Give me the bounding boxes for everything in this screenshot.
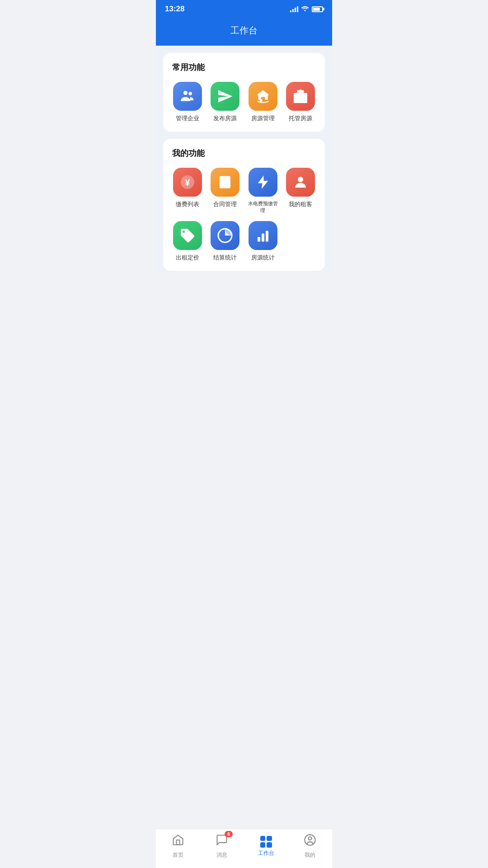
house-stats-label: 房源统计 <box>251 254 275 262</box>
house-hand-icon <box>255 88 271 104</box>
my-tenant-label: 我的租客 <box>289 200 312 208</box>
house-stats-icon-box <box>249 221 277 250</box>
svg-point-15 <box>298 177 303 182</box>
payment-list-label: 缴费列表 <box>176 200 199 208</box>
svg-rect-19 <box>262 234 264 242</box>
house-management-label: 房源管理 <box>251 114 275 123</box>
page-title: 工作台 <box>230 25 258 35</box>
contract-icon <box>217 174 233 190</box>
svg-rect-5 <box>300 95 302 97</box>
status-time: 13:28 <box>165 5 184 14</box>
settlement-stats-icon-box <box>211 221 239 250</box>
svg-rect-3 <box>294 93 307 104</box>
pie-icon <box>217 227 233 244</box>
tag-icon <box>179 227 196 244</box>
signal-icon <box>290 6 298 12</box>
rental-pricing-item[interactable]: 出租定价 <box>172 221 203 262</box>
payment-list-icon-box: ¥ <box>173 168 202 197</box>
settlement-stats-item[interactable]: 结算统计 <box>210 221 241 262</box>
svg-point-1 <box>188 92 192 95</box>
svg-rect-9 <box>303 99 305 101</box>
my-functions-grid: ¥ 缴费列表 合同管理 <box>172 168 316 262</box>
water-electric-icon-box <box>249 168 277 197</box>
svg-point-0 <box>183 91 188 95</box>
svg-rect-7 <box>296 99 298 101</box>
svg-point-16 <box>183 231 185 233</box>
building-icon <box>292 88 309 104</box>
trust-house-icon-box <box>286 82 315 111</box>
house-management-icon-box <box>249 82 277 111</box>
my-functions-title: 我的功能 <box>172 148 316 159</box>
publish-house-icon-box <box>211 82 239 111</box>
manage-enterprise-icon-box <box>173 82 202 111</box>
water-electric-label: 水电费预缴管理 <box>248 200 278 214</box>
svg-rect-20 <box>266 231 268 242</box>
yuan-icon: ¥ <box>179 174 196 190</box>
manage-enterprise-item[interactable]: 管理企业 <box>172 82 203 123</box>
contract-management-item[interactable]: 合同管理 <box>210 168 241 214</box>
contract-management-icon-box <box>211 168 239 197</box>
svg-rect-8 <box>300 99 302 101</box>
trust-house-item[interactable]: 托管房源 <box>286 82 316 123</box>
status-icons <box>290 5 323 13</box>
settlement-stats-label: 结算统计 <box>213 254 237 262</box>
people-icon <box>179 88 196 104</box>
main-content: 常用功能 管理企业 <box>156 46 332 271</box>
bar-icon <box>255 227 271 244</box>
water-electric-item[interactable]: 水电费预缴管理 <box>248 168 278 214</box>
svg-text:¥: ¥ <box>185 178 190 188</box>
svg-rect-4 <box>296 95 298 97</box>
person-icon <box>292 174 309 190</box>
payment-list-item[interactable]: ¥ 缴费列表 <box>172 168 203 214</box>
rental-pricing-label: 出租定价 <box>176 254 199 262</box>
trust-house-label: 托管房源 <box>289 114 312 123</box>
my-functions-card: 我的功能 ¥ 缴费列表 <box>163 139 325 271</box>
common-functions-card: 常用功能 管理企业 <box>163 53 325 132</box>
my-tenant-item[interactable]: 我的租客 <box>286 168 316 214</box>
common-functions-title: 常用功能 <box>172 62 316 73</box>
send-icon <box>217 88 233 104</box>
svg-rect-18 <box>258 237 260 242</box>
publish-house-label: 发布房源 <box>213 114 237 123</box>
contract-management-label: 合同管理 <box>213 200 237 208</box>
common-functions-grid: 管理企业 发布房源 <box>172 82 316 123</box>
manage-enterprise-label: 管理企业 <box>176 114 199 123</box>
bolt-icon <box>255 174 271 190</box>
status-bar: 13:28 <box>156 0 332 17</box>
house-stats-item[interactable]: 房源统计 <box>248 221 278 262</box>
battery-icon <box>312 6 323 12</box>
wifi-icon <box>301 5 309 13</box>
publish-house-item[interactable]: 发布房源 <box>210 82 241 123</box>
rental-pricing-icon-box <box>173 221 202 250</box>
house-management-item[interactable]: 房源管理 <box>248 82 278 123</box>
my-tenant-icon-box <box>286 168 315 197</box>
svg-rect-2 <box>259 99 262 102</box>
svg-rect-6 <box>303 95 305 97</box>
